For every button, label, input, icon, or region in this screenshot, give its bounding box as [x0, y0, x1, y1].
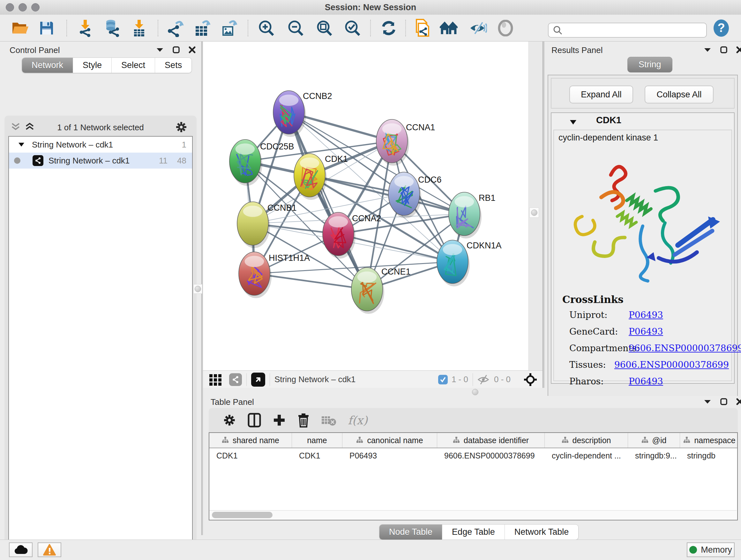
- zoom-out-icon[interactable]: [286, 19, 305, 37]
- export-network-icon[interactable]: [166, 19, 185, 37]
- tree-collapse-icon[interactable]: [18, 142, 25, 147]
- create-column-icon[interactable]: [273, 414, 286, 427]
- expand-all-button[interactable]: Expand All: [569, 85, 633, 104]
- network-node-CDC6[interactable]: [388, 172, 421, 219]
- panel-close-icon[interactable]: [188, 46, 196, 54]
- table-cell[interactable]: P06493: [342, 448, 437, 463]
- warnings-button[interactable]: [38, 543, 61, 557]
- import-network-from-database-icon[interactable]: [103, 19, 121, 37]
- first-neighbors-icon[interactable]: [440, 19, 458, 37]
- column-header-canonical-name[interactable]: canonical name: [342, 433, 437, 448]
- network-graph[interactable]: CCNB2CCNA1CDC25BCDK1CDC6RB1CCNB1CCNA2CDK…: [203, 42, 528, 370]
- table-cell[interactable]: CDK1: [292, 448, 342, 463]
- canvas-right-gutter: [528, 42, 542, 370]
- tab-edge-table[interactable]: Edge Table: [442, 524, 505, 540]
- node-label-CCNB2: CCNB2: [303, 91, 332, 101]
- network-node-RB1[interactable]: [449, 192, 482, 239]
- node-label-CDK1: CDK1: [325, 154, 348, 164]
- network-view-type-icon[interactable]: [229, 373, 242, 386]
- import-table-from-file-icon[interactable]: [130, 19, 148, 37]
- window-title: Session: New Session: [0, 3, 741, 12]
- export-table-icon[interactable]: [193, 19, 211, 37]
- crosslink-link[interactable]: 9606.ENSP00000378699: [629, 343, 741, 354]
- new-network-from-selection-icon[interactable]: [414, 19, 431, 37]
- selected-checkbox-icon[interactable]: [438, 375, 448, 384]
- table-horizontal-scrollbar[interactable]: [209, 510, 737, 519]
- results-tab-string[interactable]: String: [627, 57, 672, 72]
- right-splitter-handle[interactable]: [529, 207, 539, 218]
- column-header-namespace[interactable]: namespace: [680, 433, 738, 448]
- export-image-icon[interactable]: [220, 19, 238, 37]
- section-collapse-icon[interactable]: [569, 119, 577, 125]
- panel-close-icon[interactable]: [736, 46, 741, 54]
- tab-node-table[interactable]: Node Table: [380, 524, 442, 540]
- table-cell[interactable]: stringdb:9...: [628, 448, 680, 463]
- tab-network[interactable]: Network: [22, 58, 73, 73]
- panel-float-icon[interactable]: [720, 46, 728, 54]
- network-node-HIST1H1A[interactable]: [239, 252, 272, 298]
- scrollbar-thumb[interactable]: [212, 512, 273, 518]
- panel-menu-icon[interactable]: [703, 47, 712, 53]
- horizontal-splitter-handle[interactable]: [472, 389, 478, 395]
- collapse-all-button[interactable]: Collapse All: [645, 85, 714, 104]
- column-header-description[interactable]: description: [545, 433, 628, 448]
- panel-float-icon[interactable]: [720, 398, 728, 406]
- table-panel-title: Table Panel: [211, 397, 254, 407]
- panel-close-icon[interactable]: [736, 398, 741, 406]
- network-options-gear-icon[interactable]: [175, 121, 188, 133]
- save-session-icon[interactable]: [38, 19, 56, 37]
- crosslink-link[interactable]: P06493: [629, 376, 663, 387]
- show-columns-icon[interactable]: [248, 413, 261, 428]
- fit-selection-crosshair-icon[interactable]: [523, 373, 537, 387]
- table-cell[interactable]: cyclin-dependent ...: [545, 448, 628, 463]
- crosslink-link[interactable]: 9606.ENSP00000378699: [614, 360, 729, 370]
- show-all-icon[interactable]: [496, 19, 515, 37]
- column-header-name[interactable]: name: [292, 433, 342, 448]
- table-settings-gear-icon[interactable]: [223, 414, 236, 427]
- delete-column-trash-icon[interactable]: [297, 413, 310, 428]
- birds-eye-view-icon[interactable]: [251, 373, 265, 387]
- hide-selected-icon[interactable]: [469, 19, 487, 37]
- crosslink-row: Compartments:9606.ENSP00000378699: [569, 343, 729, 354]
- import-network-from-file-icon[interactable]: [76, 19, 94, 37]
- tab-style[interactable]: Style: [73, 58, 112, 73]
- tab-network-table[interactable]: Network Table: [505, 524, 579, 540]
- memory-button[interactable]: Memory: [687, 543, 735, 557]
- help-icon[interactable]: ?: [712, 19, 730, 37]
- column-header-shared-name[interactable]: shared name: [209, 433, 292, 448]
- left-splitter-handle[interactable]: [193, 284, 202, 294]
- column-header-@id[interactable]: @id: [628, 433, 680, 448]
- cytoscape-window: { "window": { "title": "Session: New Ses…: [0, 0, 741, 560]
- hidden-eye-icon[interactable]: [477, 374, 490, 385]
- panel-float-icon[interactable]: [172, 46, 180, 54]
- panel-menu-icon[interactable]: [156, 47, 164, 53]
- zoom-fit-content-icon[interactable]: [315, 19, 333, 37]
- search-icon: [553, 25, 562, 35]
- network-node-CCNB1[interactable]: [237, 202, 270, 248]
- table-cell[interactable]: 9606.ENSP00000378699: [437, 448, 545, 463]
- table-cell[interactable]: stringdb: [680, 448, 738, 463]
- open-session-icon[interactable]: [11, 19, 29, 37]
- search-input[interactable]: [562, 25, 701, 36]
- zoom-selected-region-icon[interactable]: [343, 19, 361, 37]
- network-node-CCNE1[interactable]: [351, 267, 384, 314]
- crosslink-link[interactable]: P06493: [629, 326, 663, 337]
- crosslink-link[interactable]: P06493: [629, 310, 663, 320]
- panel-menu-icon[interactable]: [703, 399, 712, 405]
- table-row[interactable]: CDK1CDK1P064939606.ENSP00000378699cyclin…: [209, 448, 737, 463]
- zoom-in-icon[interactable]: [257, 19, 275, 37]
- tab-sets[interactable]: Sets: [155, 58, 192, 73]
- network-node-CCNB2[interactable]: [273, 91, 306, 137]
- network-canvas[interactable]: CCNB2CCNA1CDC25BCDK1CDC6RB1CCNB1CCNA2CDK…: [203, 42, 528, 370]
- table-cell[interactable]: CDK1: [209, 448, 292, 463]
- network-tree-child-row[interactable]: String Network – cdk1 11 48: [9, 152, 192, 169]
- tab-select[interactable]: Select: [112, 58, 155, 73]
- gene-name-header[interactable]: CDK1: [596, 115, 621, 125]
- cloud-status-button[interactable]: [9, 543, 32, 557]
- network-node-CDKN1A[interactable]: [437, 240, 470, 287]
- network-tree-root-row[interactable]: String Network – cdk1 1: [9, 137, 192, 152]
- apply-preferred-layout-icon[interactable]: [380, 19, 398, 37]
- grid-view-icon[interactable]: [209, 373, 222, 386]
- hidden-node-edge-counts: 0 - 0: [494, 374, 511, 384]
- column-header-database-identifier[interactable]: database identifier: [437, 433, 545, 448]
